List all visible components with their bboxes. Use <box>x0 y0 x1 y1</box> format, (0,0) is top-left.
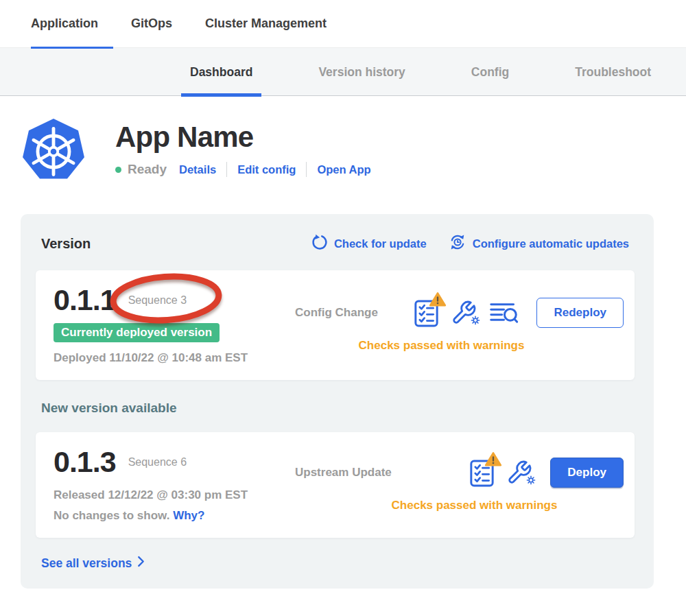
no-changes-text: No changes to show. <box>54 509 169 522</box>
current-checks-status: Checks passed with warnings <box>295 339 624 353</box>
top-nav: Application GitOps Cluster Management <box>0 0 686 48</box>
page-title: App Name <box>115 121 371 154</box>
version-panel: Version Check for update <box>21 214 654 589</box>
deploy-button[interactable]: Deploy <box>550 458 624 488</box>
sub-tab-dashboard[interactable]: Dashboard <box>181 48 261 96</box>
version-panel-title: Version <box>41 236 91 252</box>
redeploy-button[interactable]: Redeploy <box>536 298 624 328</box>
auto-update-clock-icon <box>449 233 466 254</box>
gear-icon <box>470 315 481 329</box>
kubernetes-logo <box>21 115 86 187</box>
sub-tab-troubleshoot[interactable]: Troubleshoot <box>566 48 660 96</box>
warning-triangle-icon <box>429 292 447 310</box>
deployed-timestamp: Deployed 11/10/22 @ 10:48 am EST <box>54 351 295 365</box>
current-version-card: 0.1.1 Sequence 3 Currently deployed vers… <box>36 270 635 380</box>
current-source-label: Config Change <box>295 306 378 320</box>
details-link[interactable]: Details <box>179 163 216 176</box>
edit-config-wrench-icon[interactable] <box>451 300 477 326</box>
gear-icon <box>525 475 536 488</box>
top-tab-gitops[interactable]: GitOps <box>131 0 172 48</box>
current-sequence-label: Sequence 3 <box>128 294 187 306</box>
edit-config-link[interactable]: Edit config <box>237 163 296 176</box>
chevron-right-icon <box>137 556 145 571</box>
available-version-number: 0.1.3 <box>54 447 116 477</box>
open-app-link[interactable]: Open App <box>317 163 370 176</box>
sub-tab-version-history[interactable]: Version history <box>309 48 414 96</box>
preflight-checks-icon[interactable] <box>414 299 438 327</box>
available-version-card: 0.1.3 Sequence 6 Released 12/12/22 @ 03:… <box>36 432 635 538</box>
configure-auto-updates-label: Configure automatic updates <box>473 237 629 250</box>
why-link[interactable]: Why? <box>173 509 204 522</box>
preflight-checks-icon[interactable] <box>470 459 494 487</box>
configure-auto-updates-link[interactable]: Configure automatic updates <box>449 233 629 254</box>
released-timestamp: Released 12/12/22 @ 03:30 pm EST <box>54 488 295 502</box>
link-divider <box>306 162 307 177</box>
check-for-update-label: Check for update <box>334 237 427 250</box>
warning-triangle-icon <box>484 451 502 470</box>
top-tab-cluster-management[interactable]: Cluster Management <box>205 0 327 48</box>
sub-tab-config[interactable]: Config <box>462 48 518 96</box>
available-sequence-label: Sequence 6 <box>128 456 187 468</box>
top-tab-application[interactable]: Application <box>31 0 98 48</box>
new-version-heading: New version available <box>41 401 629 416</box>
app-header: App Name Ready Details Edit config Open … <box>21 115 686 187</box>
edit-config-wrench-icon[interactable] <box>506 460 532 486</box>
currently-deployed-badge: Currently deployed version <box>54 323 220 342</box>
available-source-label: Upstream Update <box>295 466 392 479</box>
refresh-icon <box>311 234 328 254</box>
ready-status-dot <box>115 167 121 173</box>
see-all-versions-label: See all versions <box>41 556 132 571</box>
sub-nav: Dashboard Version history Config Trouble… <box>0 48 686 96</box>
check-for-update-link[interactable]: Check for update <box>311 233 427 254</box>
view-diff-icon[interactable] <box>489 301 519 324</box>
available-checks-status: Checks passed with warnings <box>295 499 624 512</box>
current-version-number: 0.1.1 <box>54 285 116 315</box>
app-status: Ready <box>128 162 167 177</box>
see-all-versions-link[interactable]: See all versions <box>41 556 629 571</box>
link-divider <box>226 162 227 177</box>
